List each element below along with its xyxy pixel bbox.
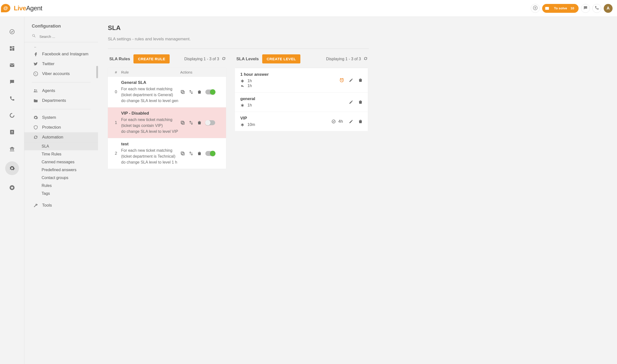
cfg-item-departments[interactable]: Departments — [24, 96, 98, 106]
sla-levels-label: SLA Levels — [236, 57, 259, 61]
nav-dashboard[interactable] — [8, 44, 16, 53]
to-solve-count: 10 — [570, 6, 574, 10]
cfg-item-system[interactable]: System — [24, 113, 98, 122]
refresh-rules-button[interactable] — [222, 56, 226, 62]
th-rule: Rule — [120, 70, 180, 74]
th-number: # — [112, 70, 120, 74]
cfg-sub-rules[interactable]: Rules — [24, 182, 98, 190]
rule-row[interactable]: 1 VIP - Disabled For each new ticket mat… — [108, 107, 226, 138]
level-next-reply: 1h — [247, 84, 252, 88]
nav-customers[interactable] — [8, 128, 16, 136]
refresh-levels-button[interactable] — [363, 56, 368, 62]
plus-circle-icon — [533, 5, 538, 11]
copy-rule-button[interactable] — [180, 151, 185, 156]
chat-header-button[interactable] — [581, 4, 590, 13]
avatar-letter: A — [607, 6, 610, 11]
cfg-item-twitter[interactable]: Twitter — [24, 59, 98, 69]
cfg-sub-sla[interactable]: SLA — [24, 142, 98, 150]
nav-chats[interactable] — [8, 78, 16, 86]
rules-table-head: # Rule Actions — [108, 68, 226, 76]
reorder-rule-button[interactable] — [189, 151, 194, 156]
delete-level-button[interactable] — [358, 78, 363, 83]
copy-rule-button[interactable] — [180, 120, 185, 125]
rule-description: For each new ticket matching(ticket tags… — [121, 117, 180, 135]
edit-level-button[interactable] — [349, 100, 354, 105]
delete-level-button[interactable] — [358, 119, 363, 124]
delete-rule-button[interactable] — [197, 151, 202, 156]
logo-text: LiveAgent — [14, 4, 42, 12]
calls-header-button[interactable] — [592, 4, 601, 13]
level-row[interactable]: 1 hour answer 1h1h — [235, 68, 368, 92]
rule-toggle[interactable] — [205, 120, 215, 125]
delete-rule-button[interactable] — [197, 90, 202, 94]
config-panel: Configuration .. Facebook and Instagram … — [24, 17, 98, 364]
cfg-sub-tags[interactable]: Tags — [24, 190, 98, 197]
rule-toggle[interactable] — [205, 90, 215, 94]
delete-rule-button[interactable] — [197, 120, 202, 125]
level-row[interactable]: general 1h — [235, 92, 368, 112]
delete-level-button[interactable] — [358, 100, 363, 105]
folder-icon — [33, 98, 38, 103]
level-first-response: 1h — [247, 103, 252, 107]
to-solve-button[interactable]: To solve 10 — [542, 4, 579, 13]
rule-row[interactable]: 2 test For each new ticket matching(tick… — [108, 138, 226, 169]
level-first-response: 10m — [247, 122, 255, 127]
cfg-sub-timerules[interactable]: Time Rules — [24, 150, 98, 158]
asterisk-icon — [240, 79, 244, 83]
asterisk-icon — [240, 103, 244, 107]
edit-level-button[interactable] — [349, 119, 354, 124]
levels-table: 1 hour answer 1h1h general 1h VIP 10m 4h — [235, 68, 368, 131]
level-row[interactable]: VIP 10m 4h — [235, 112, 368, 131]
app-header: @ LiveAgent To solve 10 A — [0, 0, 617, 17]
rule-name: test — [121, 142, 180, 147]
config-search[interactable] — [24, 32, 98, 42]
reorder-rule-button[interactable] — [189, 120, 194, 125]
nav-extensions[interactable] — [8, 183, 16, 192]
rule-number: 0 — [112, 90, 120, 94]
cfg-item-label: Departments — [42, 98, 66, 103]
rule-number: 1 — [112, 120, 120, 125]
config-search-input[interactable] — [36, 34, 91, 39]
cfg-item-facebook[interactable]: Facebook and Instagram — [24, 49, 98, 59]
logo-icon: @ — [1, 3, 12, 13]
main-nav — [0, 17, 24, 364]
cfg-item-tools[interactable]: Tools — [24, 197, 98, 210]
sla-levels-panel: SLA Levels CREATE LEVEL Displaying 1 - 3… — [235, 53, 368, 169]
refresh-icon — [33, 135, 38, 140]
level-name: general — [240, 96, 331, 101]
cfg-item-label: Tools — [42, 203, 52, 208]
nav-configuration[interactable] — [5, 161, 19, 175]
cfg-sub-canned[interactable]: Canned messages — [24, 158, 98, 166]
to-solve-label: To solve — [554, 6, 567, 10]
levels-displaying: Displaying 1 - 3 of 3 — [326, 56, 368, 62]
cfg-item-label: Twitter — [42, 61, 54, 66]
cfg-item-automation[interactable]: Automation — [24, 132, 98, 142]
cfg-sub-contactgroups[interactable]: Contact groups — [24, 174, 98, 182]
copy-rule-button[interactable] — [180, 90, 185, 94]
nav-calls[interactable] — [8, 94, 16, 103]
level-first-response: 1h — [247, 79, 252, 83]
avatar[interactable]: A — [604, 4, 613, 13]
create-level-button[interactable]: CREATE LEVEL — [262, 54, 300, 63]
edit-level-button[interactable] — [349, 78, 354, 83]
facebook-icon — [33, 52, 38, 57]
cfg-sub-predefined[interactable]: Predefined answers — [24, 166, 98, 174]
reorder-rule-button[interactable] — [189, 90, 194, 94]
new-button[interactable] — [531, 4, 540, 13]
rule-toggle[interactable] — [205, 151, 215, 156]
cfg-item-viber[interactable]: Viber accounts — [24, 69, 98, 79]
logo[interactable]: @ LiveAgent — [1, 3, 42, 13]
rule-name: General SLA — [121, 80, 180, 85]
page-title: SLA — [108, 24, 617, 32]
rule-row[interactable]: 0 General SLA For each new ticket matchi… — [108, 76, 226, 107]
rule-number: 2 — [112, 151, 120, 156]
nav-tickets[interactable] — [8, 61, 16, 69]
cfg-item-protection[interactable]: Protection — [24, 122, 98, 132]
rule-description: For each new ticket matching(ticket depa… — [121, 86, 180, 104]
nav-getting-started[interactable] — [8, 28, 16, 36]
config-scrollbar[interactable] — [96, 66, 98, 78]
nav-reports[interactable] — [8, 111, 16, 120]
nav-knowledgebase[interactable] — [8, 145, 16, 153]
cfg-item-agents[interactable]: Agents — [24, 86, 98, 96]
create-rule-button[interactable]: CREATE RULE — [133, 54, 170, 63]
